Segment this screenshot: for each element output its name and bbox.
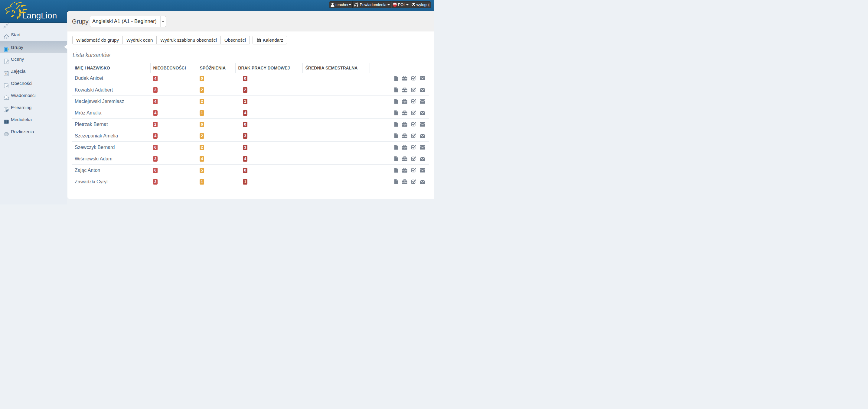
svg-text:13: 13	[5, 73, 7, 75]
